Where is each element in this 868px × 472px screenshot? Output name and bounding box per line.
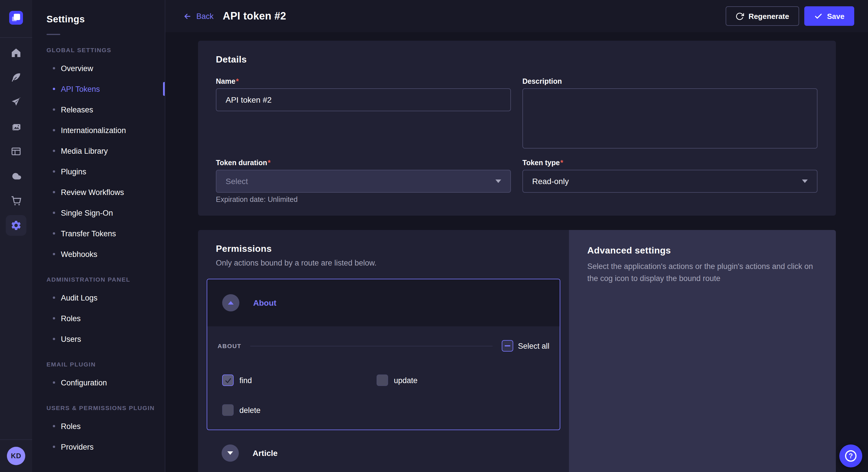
update-checkbox[interactable] <box>377 374 388 386</box>
about-section-label: ABOUT <box>218 342 241 349</box>
select-all-control[interactable]: Select all <box>502 340 549 351</box>
bullet-icon <box>53 381 55 384</box>
media-library-images-icon[interactable] <box>5 114 28 139</box>
sidebar-item-transfer-tokens[interactable]: Transfer Tokens <box>32 223 165 244</box>
rail-divider <box>0 37 32 38</box>
settings-active-tile <box>6 215 26 235</box>
sidebar-item-admin-roles[interactable]: Roles <box>32 308 165 329</box>
sidebar-title: Settings <box>46 14 150 25</box>
save-button[interactable]: Save <box>804 6 854 26</box>
back-label: Back <box>196 12 214 20</box>
select-all-label: Select all <box>518 341 549 350</box>
delete-checkbox[interactable] <box>222 404 234 416</box>
main-nav-rail: KD <box>0 0 32 472</box>
action-checkbox-grid: find update delete <box>218 374 549 416</box>
required-asterisk: * <box>560 159 563 167</box>
token-duration-label: Token duration* <box>216 159 511 167</box>
sidebar-item-audit-logs[interactable]: Audit Logs <box>32 287 165 308</box>
bullet-icon <box>53 150 55 152</box>
help-button[interactable]: ? <box>839 444 862 467</box>
description-textarea[interactable] <box>522 88 817 148</box>
token-type-value: Read-only <box>532 177 802 186</box>
advanced-settings-description: Select the application's actions or the … <box>587 261 817 285</box>
strapi-logo[interactable] <box>9 11 23 25</box>
article-accordion-header[interactable]: Article <box>207 441 560 465</box>
home-icon[interactable] <box>5 40 28 65</box>
layout-icon[interactable] <box>5 139 28 164</box>
token-duration-select[interactable]: Select <box>216 170 511 193</box>
active-indicator-bar <box>163 82 165 96</box>
page-header: Back API token #2 Regenerate Save <box>165 0 868 32</box>
sidebar-item-plugins[interactable]: Plugins <box>32 161 165 182</box>
advanced-settings-card: Advanced settings Select the application… <box>569 230 836 472</box>
sidebar-item-single-sign-on[interactable]: Single Sign-On <box>32 202 165 223</box>
sidebar-item-overview[interactable]: Overview <box>32 58 165 78</box>
bullet-icon <box>53 108 55 111</box>
regenerate-button[interactable]: Regenerate <box>725 6 799 26</box>
sidebar-item-up-roles[interactable]: Roles <box>32 416 165 436</box>
marketplace-cart-icon[interactable] <box>5 188 28 213</box>
check-icon <box>814 12 823 20</box>
about-accordion: About ABOUT Select all <box>207 279 560 430</box>
collapse-toggle-button[interactable] <box>222 294 239 311</box>
bullet-icon <box>53 191 55 193</box>
indeterminate-dash-icon <box>505 345 510 346</box>
sidebar-item-webhooks[interactable]: Webhooks <box>32 244 165 264</box>
name-input[interactable] <box>216 88 511 111</box>
sidebar-item-configuration[interactable]: Configuration <box>32 372 165 393</box>
update-label: update <box>394 376 417 384</box>
sidebar-item-review-workflows[interactable]: Review Workflows <box>32 182 165 202</box>
settings-sidebar: Settings GLOBAL SETTINGS Overview API To… <box>32 0 165 472</box>
chevron-up-icon <box>228 301 234 305</box>
bullet-icon <box>53 170 55 173</box>
sidebar-item-media-library[interactable]: Media Library <box>32 140 165 161</box>
description-label: Description <box>522 77 817 86</box>
details-card: Details Name* Description Token duration… <box>198 41 836 216</box>
question-mark-icon: ? <box>845 450 857 462</box>
page-content: Details Name* Description Token duration… <box>165 32 868 472</box>
rail-bottom-divider <box>0 439 32 440</box>
chevron-down-icon <box>227 451 233 455</box>
refresh-icon <box>735 12 744 20</box>
main-panel: Back API token #2 Regenerate Save Detail… <box>165 0 868 472</box>
token-duration-value: Select <box>226 177 495 186</box>
bullet-icon <box>53 338 55 340</box>
sidebar-item-users[interactable]: Users <box>32 329 165 349</box>
about-accordion-header[interactable]: About <box>207 279 560 326</box>
save-label: Save <box>827 12 844 20</box>
content-type-builder-plane-icon[interactable] <box>5 90 28 114</box>
token-duration-field-group: Token duration* Select Expiration date: … <box>216 159 511 204</box>
sidebar-item-internationalization[interactable]: Internationalization <box>32 120 165 140</box>
sidebar-item-providers[interactable]: Providers <box>32 436 165 457</box>
bullet-icon <box>53 67 55 69</box>
token-type-select[interactable]: Read-only <box>522 170 817 193</box>
content-manager-feather-icon[interactable] <box>5 65 28 90</box>
advanced-settings-title: Advanced settings <box>587 245 817 256</box>
rail-icon-list <box>5 40 28 237</box>
select-all-checkbox[interactable] <box>502 340 513 351</box>
sidebar-title-rule <box>46 34 60 35</box>
about-accordion-label: About <box>253 298 276 307</box>
name-label: Name* <box>216 77 511 86</box>
page-title: API token #2 <box>223 10 286 22</box>
cloud-icon[interactable] <box>5 164 28 188</box>
action-delete: delete <box>222 404 377 416</box>
back-link[interactable]: Back <box>183 12 214 20</box>
bullet-icon <box>53 88 55 90</box>
delete-label: delete <box>239 406 260 414</box>
user-avatar[interactable]: KD <box>7 447 25 465</box>
find-checkbox[interactable] <box>222 374 234 386</box>
expand-toggle-button[interactable] <box>222 444 239 462</box>
back-arrow-icon <box>183 12 192 20</box>
token-type-label: Token type* <box>522 159 817 167</box>
settings-gear-icon[interactable] <box>5 213 28 237</box>
bullet-icon <box>53 232 55 235</box>
chevron-down-icon <box>802 179 808 183</box>
details-title: Details <box>216 55 817 65</box>
bullet-icon <box>53 212 55 214</box>
about-accordion-body: ABOUT Select all find <box>207 326 560 430</box>
sidebar-item-api-tokens[interactable]: API Tokens <box>32 78 165 99</box>
permissions-title: Permissions <box>216 244 551 254</box>
sidebar-item-releases[interactable]: Releases <box>32 99 165 120</box>
name-field-group: Name* <box>216 77 511 151</box>
